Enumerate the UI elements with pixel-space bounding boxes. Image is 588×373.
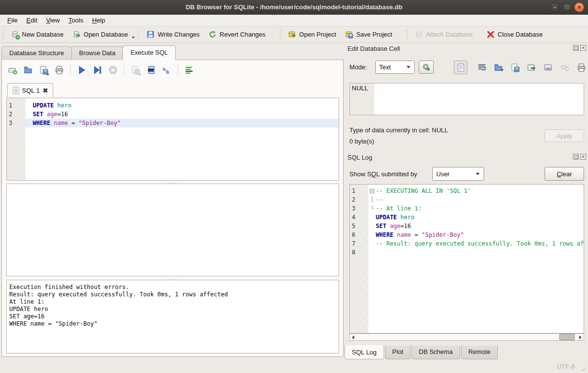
write-changes-button[interactable]: Write Changes: [142, 28, 204, 41]
find-in-sql-icon[interactable]: [145, 64, 157, 76]
chevron-down-icon[interactable]: [132, 37, 135, 39]
menubar: File Edit View Tools Help: [0, 15, 588, 26]
format-sql-icon[interactable]: aa: [161, 64, 172, 76]
close-tab-icon[interactable]: [42, 87, 48, 94]
chevron-down-icon[interactable]: [46, 74, 49, 76]
window-title: DB Browser for SQLite - /home/user/code/…: [185, 3, 402, 11]
menu-edit[interactable]: Edit: [22, 15, 41, 25]
open-in-external-icon[interactable]: [525, 62, 538, 73]
open-database-button[interactable]: Open Database: [68, 28, 136, 41]
save-project-button[interactable]: Save Project: [341, 28, 397, 41]
revert-changes-button[interactable]: Revert Changes: [204, 28, 270, 41]
scroll-right-icon[interactable]: [577, 334, 584, 340]
edit-cell-title: Edit Database Cell: [347, 45, 400, 52]
execute-line-icon[interactable]: [92, 64, 103, 76]
revert-changes-icon: [208, 30, 217, 39]
execution-message-pane[interactable]: Execution finished without errors. Resul…: [6, 280, 339, 353]
save-results-icon: [130, 64, 141, 76]
menu-tools[interactable]: Tools: [64, 15, 87, 25]
close-database-icon: [487, 30, 495, 39]
new-database-icon: +: [11, 30, 19, 39]
toolbar-separator: [124, 65, 124, 76]
tab-execute-sql[interactable]: Execute SQL: [122, 45, 176, 60]
sql-log-dock-buttons: [573, 154, 586, 160]
clear-button[interactable]: Clear: [545, 167, 584, 181]
import-cell-file-icon[interactable]: [492, 62, 505, 73]
right-dock: Edit Database Cell Mode: Text: [345, 43, 588, 373]
execute-sql-panel: aa SQL 1 1UPDATE hero2SET age=163WHERE n…: [1, 60, 344, 357]
print-icon[interactable]: [54, 64, 65, 76]
word-wrap-icon[interactable]: [183, 64, 195, 76]
menu-help[interactable]: Help: [88, 15, 110, 25]
scrollbar-thumb[interactable]: [559, 334, 575, 340]
mode-label: Mode:: [349, 63, 367, 71]
titlebar: DB Browser for SQLite - /home/user/code/…: [0, 0, 588, 15]
toolbar-separator: [139, 29, 139, 41]
word-wrap-cell-icon[interactable]: [475, 62, 488, 73]
open-sql-file-icon[interactable]: [22, 64, 34, 76]
svg-text:a: a: [162, 66, 165, 71]
dock-tab-bar: SQL Log Plot DB Schema Remote: [345, 346, 499, 359]
tab-db-schema[interactable]: DB Schema: [411, 346, 460, 359]
log-horizontal-scrollbar[interactable]: [349, 333, 584, 341]
print-cell-icon[interactable]: [575, 62, 588, 73]
new-database-label: New Database: [22, 31, 63, 38]
chevron-down-icon: [138, 74, 141, 76]
cell-editor-area[interactable]: [374, 83, 584, 115]
close-dock-icon[interactable]: [580, 45, 586, 51]
scroll-left-icon[interactable]: [350, 334, 356, 340]
open-database-icon: [72, 30, 81, 39]
close-dock-icon[interactable]: [580, 154, 586, 160]
open-project-button[interactable]: Open Project: [284, 28, 341, 41]
execution-message-text: Execution finished without errors. Resul…: [7, 280, 339, 331]
close-icon[interactable]: [574, 2, 584, 12]
cell-editor-toolbar: [454, 61, 588, 74]
window-controls: [550, 2, 584, 12]
chevron-down-icon[interactable]: [501, 69, 504, 71]
close-database-button[interactable]: Close Database: [482, 28, 547, 41]
save-sql-file-icon[interactable]: [38, 64, 49, 76]
toolbar-drag-handle[interactable]: [279, 29, 282, 40]
float-dock-icon[interactable]: [573, 154, 579, 160]
tab-plot[interactable]: Plot: [385, 346, 410, 359]
toolbar-separator: [70, 65, 71, 76]
sql-editor[interactable]: 1UPDATE hero2SET age=163WHERE name = "Sp…: [6, 98, 339, 181]
export-cell-file-icon[interactable]: [508, 62, 521, 73]
text-mode-icon[interactable]: [454, 61, 467, 74]
mode-value: Text: [379, 63, 391, 71]
sql-log-view[interactable]: 1−-- EXECUTING ALL IN 'SQL 1'2│--3└-- At…: [349, 184, 584, 333]
new-sql-tab-icon[interactable]: [7, 64, 18, 76]
cell-content: NULL: [350, 83, 374, 115]
new-database-button[interactable]: + New Database: [6, 28, 68, 41]
attach-database-button: Attach Database: [410, 28, 477, 41]
apply-button: Apply: [545, 129, 584, 142]
attach-database-icon: [415, 30, 423, 39]
cell-editor[interactable]: NULL: [349, 83, 584, 115]
splitter-handle[interactable]: ......: [2, 276, 343, 279]
sql-file-tab[interactable]: SQL 1: [7, 83, 53, 97]
menu-file[interactable]: File: [3, 15, 22, 25]
toolbar-drag-handle[interactable]: [406, 29, 409, 40]
splitter-handle[interactable]: ......: [2, 180, 343, 183]
cell-type-info: Type of data currently in cell: NULL: [349, 126, 448, 134]
svg-text:a: a: [166, 69, 169, 75]
sql-tab-label: SQL 1: [22, 87, 40, 94]
auto-mode-button[interactable]: [419, 61, 434, 74]
encoding-indicator: UTF-8: [557, 363, 575, 370]
toolbar-separator: [178, 65, 178, 76]
float-dock-icon[interactable]: [573, 45, 579, 51]
minimize-icon[interactable]: [550, 2, 560, 12]
execute-all-icon[interactable]: [76, 64, 87, 76]
tab-remote[interactable]: Remote: [461, 346, 498, 359]
mode-select[interactable]: Text: [375, 61, 415, 74]
maximize-icon[interactable]: [562, 2, 572, 12]
menu-view[interactable]: View: [41, 15, 64, 25]
link-icon[interactable]: [542, 62, 554, 73]
log-filter-select[interactable]: User: [432, 167, 484, 181]
set-null-icon: [558, 62, 571, 73]
tab-sql-log[interactable]: SQL Log: [345, 345, 384, 359]
results-pane[interactable]: [6, 184, 339, 276]
tab-browse-data[interactable]: Browse Data: [71, 46, 123, 60]
toolbar-drag-handle[interactable]: [1, 29, 5, 40]
tab-database-structure[interactable]: Database Structure: [1, 46, 72, 60]
